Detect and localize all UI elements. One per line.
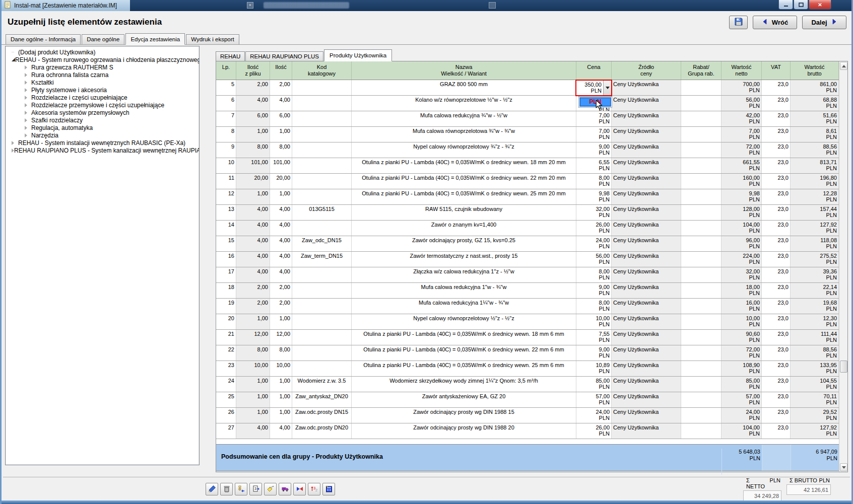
rebate-cell[interactable] xyxy=(681,299,721,314)
insert-position-icon[interactable] xyxy=(235,483,247,495)
catalog-code-cell[interactable]: Zaw.odc.prosty DN15 xyxy=(292,408,352,423)
qty-cell[interactable]: 8,00 xyxy=(270,142,292,158)
price-edit-value[interactable]: 350,00PLN xyxy=(576,81,603,95)
tree-expander-icon[interactable] xyxy=(25,81,31,85)
tree-expander-icon[interactable] xyxy=(25,118,31,122)
catalog-code-cell[interactable] xyxy=(292,361,352,376)
tree-item[interactable]: REHAU RAUPIANO PLUS - System kanalizacji… xyxy=(7,147,198,154)
tree-item[interactable]: Rura ochronna falista czarna xyxy=(7,71,198,79)
rebate-cell[interactable] xyxy=(681,142,721,158)
name-cell[interactable]: Otulina z pianki PU - Lambda (40C) = 0,0… xyxy=(352,189,576,204)
qty-cell[interactable]: 101,00 xyxy=(270,158,292,173)
price-cell[interactable]: 10,89PLN xyxy=(576,361,612,376)
price-cell[interactable]: 9,00PLN xyxy=(576,142,612,158)
name-cell[interactable]: Nypel calowy równoprzelotowy ¾"z - ¾"z xyxy=(352,142,576,158)
tab-produkty-uzytkownika[interactable]: Produkty Użytkownika xyxy=(324,49,392,61)
catalog-code-cell[interactable] xyxy=(292,174,352,189)
qty-cell[interactable]: 8,00 xyxy=(270,345,292,361)
price-cell[interactable]: 8,00PLN xyxy=(576,267,612,282)
rebate-cell[interactable] xyxy=(681,80,721,95)
save-button[interactable] xyxy=(729,16,748,29)
catalog-code-cell[interactable] xyxy=(292,283,352,298)
tag-icon[interactable] xyxy=(264,483,277,495)
vat-cell[interactable]: 23,0 xyxy=(762,423,791,439)
vat-cell[interactable]: 23,0 xyxy=(762,283,791,298)
maximize-button[interactable] xyxy=(794,0,808,10)
vat-cell[interactable]: 23,0 xyxy=(762,205,791,220)
catalog-code-cell[interactable] xyxy=(292,96,352,111)
catalog-code-cell[interactable]: Wodomierz z.w. 3.5 xyxy=(292,377,352,392)
price-cell[interactable]: 7,55PLN xyxy=(576,330,612,345)
qty-cell[interactable]: 1,00 xyxy=(270,408,292,423)
name-cell[interactable]: Otulina z pianki PU - Lambda (40C) = 0,0… xyxy=(352,345,576,361)
vat-cell[interactable]: 23,0 xyxy=(762,345,791,361)
catalog-code-cell[interactable]: Zaw_odc_DN15 xyxy=(292,236,352,251)
price-cell[interactable]: 6,55PLN xyxy=(576,158,612,173)
rebate-cell[interactable] xyxy=(681,377,721,392)
rebate-cell[interactable] xyxy=(681,205,721,220)
tree-expander-icon[interactable] xyxy=(25,88,31,92)
vat-cell[interactable]: 23,0 xyxy=(762,221,791,236)
name-cell[interactable]: Zawór odcinający prosty, GZ 15, kvs=0.25 xyxy=(352,236,576,251)
price-cell[interactable]: 57,00PLN xyxy=(576,392,612,407)
name-cell[interactable]: Mufa calowa redukcyjna ¾"w - ½"w xyxy=(352,111,576,126)
tree-expander-icon[interactable] xyxy=(25,96,31,100)
price-cell[interactable]: 10,00PLN xyxy=(576,314,612,329)
rebate-cell[interactable] xyxy=(681,174,721,189)
qty-cell[interactable]: 12,00 xyxy=(270,330,292,345)
close-button[interactable]: ✕ xyxy=(809,0,831,10)
catalog-code-cell[interactable] xyxy=(292,158,352,173)
tab-rehau[interactable]: REHAU xyxy=(216,51,245,61)
vat-cell[interactable]: 23,0 xyxy=(762,377,791,392)
qty-cell[interactable]: 2,00 xyxy=(270,80,292,95)
qty-cell[interactable]: 1,00 xyxy=(270,392,292,407)
tree-item[interactable]: Akcesoria systemów przemysłowych xyxy=(7,109,198,116)
qty-cell[interactable]: 4,00 xyxy=(270,267,292,282)
price-cell[interactable]: 7,00PLN xyxy=(576,127,612,142)
qty-cell[interactable]: 2,00 xyxy=(270,283,292,298)
vat-cell[interactable]: 23,0 xyxy=(762,174,791,189)
price-cell[interactable]: 8,00PLN xyxy=(576,174,612,189)
vat-cell[interactable]: 23,0 xyxy=(762,80,791,95)
tree-item[interactable]: Regulacja, automatyka xyxy=(7,124,198,131)
rebate-cell[interactable] xyxy=(681,158,721,173)
catalog-code-cell[interactable] xyxy=(292,299,352,314)
catalog-code-cell[interactable]: Zaw_term_DN15 xyxy=(292,252,352,267)
rebate-cell[interactable] xyxy=(681,345,721,361)
rebate-cell[interactable] xyxy=(681,408,721,423)
name-cell[interactable]: Otulina z pianki PU - Lambda (40C) = 0,0… xyxy=(352,330,576,345)
qty-cell[interactable]: 2,00 xyxy=(270,299,292,314)
name-cell[interactable]: Otulina z pianki PU - Lambda (40C) = 0,0… xyxy=(352,158,576,173)
scroll-up-icon[interactable] xyxy=(840,62,847,70)
tree-item[interactable]: REHAU - System instalacji wewnętrznych R… xyxy=(7,139,198,147)
vat-cell[interactable]: 23,0 xyxy=(762,96,791,111)
rebate-cell[interactable] xyxy=(681,221,721,236)
catalog-code-cell[interactable] xyxy=(292,189,352,204)
vat-cell[interactable]: 23,0 xyxy=(762,252,791,267)
price-cell[interactable]: 24,00PLN xyxy=(576,408,612,423)
catalog-code-cell[interactable]: Zaw_antyskaż_DN20 xyxy=(292,392,352,407)
price-cell[interactable]: 56,00PLN xyxy=(576,252,612,267)
qty-cell[interactable]: 4,00 xyxy=(270,423,292,439)
rebate-cell[interactable] xyxy=(681,361,721,376)
tree-item[interactable]: Płyty systemowe i akcesoria xyxy=(7,86,198,94)
qty-cell[interactable]: 4,00 xyxy=(270,205,292,220)
pen-icon[interactable] xyxy=(206,483,218,495)
tree-expander-icon[interactable] xyxy=(25,65,31,69)
qty-cell[interactable]: 6,00 xyxy=(270,111,292,126)
vat-cell[interactable]: 23,0 xyxy=(762,408,791,423)
rebate-cell[interactable] xyxy=(681,423,721,439)
vat-cell[interactable]: 23,0 xyxy=(762,392,791,407)
qty-cell[interactable]: 20,00 xyxy=(270,174,292,189)
name-cell[interactable]: Wodomierz skrzydełkowy wody zimnej 1¼"z … xyxy=(352,377,576,392)
price-edit-combobox[interactable]: 350,00PLN xyxy=(575,80,612,96)
tab-wydruk-i-eksport[interactable]: Wydruk i eksport xyxy=(186,34,239,44)
qty-cell[interactable]: 1,00 xyxy=(270,377,292,392)
qty-cell[interactable]: 1,00 xyxy=(270,314,292,329)
vat-cell[interactable]: 23,0 xyxy=(762,236,791,251)
rebate-cell[interactable] xyxy=(681,236,721,251)
price-cell[interactable]: 85,00PLN xyxy=(576,377,612,392)
name-cell[interactable]: Zawór antyskażeniowy EA, GZ 20 xyxy=(352,392,576,407)
name-cell[interactable]: Złączka w/z calowa redukcyjna 1"z - ½"w xyxy=(352,267,576,282)
vat-cell[interactable]: 23,0 xyxy=(762,361,791,376)
